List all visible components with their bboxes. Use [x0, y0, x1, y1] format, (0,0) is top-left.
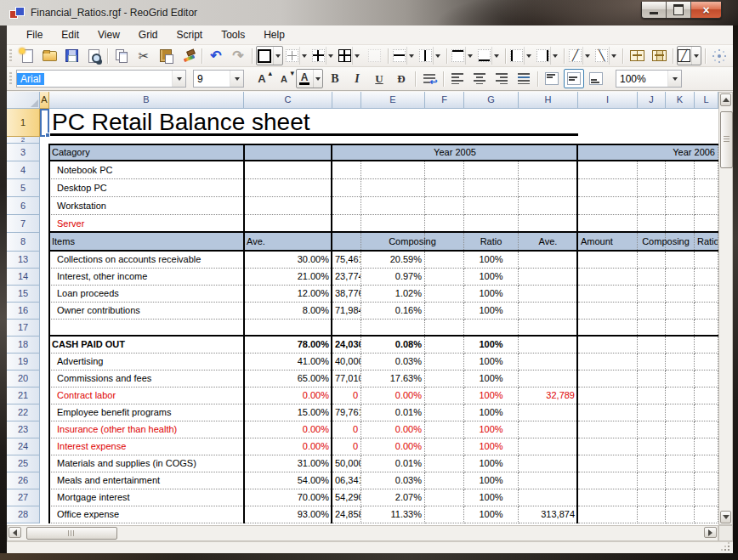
cell-L13[interactable]	[695, 252, 718, 269]
zoom-combobox[interactable]: 100%	[616, 70, 682, 88]
grow-font-button[interactable]	[252, 69, 272, 88]
cell-F25[interactable]	[425, 455, 464, 472]
row-header-18[interactable]: 18	[7, 337, 40, 354]
cell-K21[interactable]	[666, 387, 695, 404]
clear-borders-button[interactable]	[677, 46, 701, 65]
cell-H18[interactable]	[519, 337, 578, 354]
cell-K19[interactable]	[666, 354, 695, 371]
align-right-button[interactable]	[491, 69, 512, 88]
cell-F19[interactable]	[425, 354, 464, 371]
cell-F4[interactable]	[425, 161, 464, 179]
cell-I13[interactable]	[578, 252, 638, 269]
cell-K24[interactable]	[666, 438, 695, 455]
cell-G7[interactable]	[464, 215, 519, 233]
cell-F7[interactable]	[425, 215, 464, 233]
cell-L15[interactable]	[695, 286, 718, 303]
cell-J27[interactable]	[638, 489, 666, 506]
menu-view[interactable]: View	[90, 27, 128, 42]
cell-I17[interactable]	[578, 320, 638, 337]
cell-E5[interactable]	[361, 179, 425, 197]
inside-border-dropdown[interactable]	[299, 47, 309, 65]
menu-grid[interactable]: Grid	[131, 27, 166, 42]
valign-middle-button[interactable]	[564, 69, 584, 88]
cell-I14[interactable]	[578, 269, 638, 286]
top-border-button[interactable]	[451, 46, 475, 65]
cell-J18[interactable]	[638, 337, 666, 354]
cell-H27[interactable]	[519, 489, 578, 506]
row-header-5[interactable]: 5	[7, 179, 40, 197]
bold-button[interactable]	[325, 69, 345, 88]
cell-I24[interactable]	[578, 438, 638, 455]
cell-C5[interactable]	[244, 179, 332, 197]
cell-F13[interactable]	[425, 252, 464, 269]
cell-F14[interactable]	[425, 269, 464, 286]
left-border-dropdown[interactable]	[524, 47, 533, 65]
cell-L17[interactable]	[695, 320, 718, 337]
cell-K6[interactable]	[666, 197, 695, 215]
cell-I5[interactable]	[578, 179, 638, 197]
cell-K5[interactable]	[666, 179, 695, 197]
cell-H4[interactable]	[519, 161, 578, 179]
cell-K15[interactable]	[666, 286, 695, 303]
cell-L16[interactable]	[695, 303, 718, 320]
cell-I20[interactable]	[578, 371, 638, 387]
row-header-25[interactable]: 25	[7, 455, 40, 472]
cell-J24[interactable]	[638, 438, 666, 455]
cell-J15[interactable]	[638, 286, 666, 303]
row-header-19[interactable]: 19	[7, 354, 40, 371]
scroll-right-button[interactable]	[704, 527, 717, 538]
cell-K28[interactable]	[666, 506, 695, 523]
cell-L14[interactable]	[695, 269, 718, 286]
menu-file[interactable]: File	[19, 27, 50, 42]
strikethrough-button[interactable]	[391, 69, 412, 88]
inside-border-button[interactable]	[285, 46, 309, 65]
title-bar[interactable]: Financial_Ratios.rgf - ReoGrid Editor ×	[0, 0, 738, 26]
merge-range-button[interactable]	[649, 46, 669, 65]
scroll-left-button[interactable]	[9, 527, 21, 538]
cell-H25[interactable]	[519, 455, 578, 472]
merge-cells-button[interactable]	[627, 46, 647, 65]
cell-G6[interactable]	[464, 197, 519, 215]
top-border-dropdown[interactable]	[465, 47, 474, 65]
cell-H6[interactable]	[519, 197, 578, 215]
cell-K23[interactable]	[666, 421, 695, 438]
menu-script[interactable]: Script	[169, 27, 211, 42]
cell-K18[interactable]	[666, 337, 695, 354]
cell-H20[interactable]	[519, 371, 578, 387]
cell-I23[interactable]	[578, 421, 638, 438]
cell-J25[interactable]	[638, 455, 666, 472]
row-header-1[interactable]: 1	[7, 109, 40, 137]
cell-J28[interactable]	[638, 506, 666, 523]
cell-I16[interactable]	[578, 303, 638, 320]
font-color-button[interactable]	[296, 69, 323, 88]
merge-center-button[interactable]	[514, 69, 534, 88]
cell-K25[interactable]	[666, 455, 695, 472]
backslash-border-dropdown[interactable]	[609, 47, 618, 65]
row-header-26[interactable]: 26	[7, 472, 40, 489]
underline-button[interactable]	[369, 69, 389, 88]
minimize-button[interactable]	[642, 2, 667, 18]
cell-L7[interactable]	[695, 215, 718, 233]
menu-help[interactable]: Help	[256, 27, 292, 42]
cell-F18[interactable]	[425, 337, 464, 354]
cell-K20[interactable]	[666, 371, 695, 387]
cell-L26[interactable]	[695, 472, 718, 489]
cross-border-button[interactable]	[311, 46, 336, 65]
cell-L4[interactable]	[695, 161, 718, 179]
row-header-27[interactable]: 27	[7, 489, 40, 506]
cell-F23[interactable]	[425, 421, 464, 438]
cell-D4[interactable]	[332, 161, 361, 179]
format-brush-button[interactable]	[178, 46, 198, 65]
cell-F21[interactable]	[425, 387, 464, 404]
cell-E6[interactable]	[361, 197, 425, 215]
cell-J22[interactable]	[638, 404, 666, 421]
cell-C6[interactable]	[244, 197, 332, 215]
column-header-H[interactable]: H	[519, 92, 578, 109]
column-header-F[interactable]: F	[425, 92, 464, 109]
column-header-B[interactable]: B	[49, 92, 244, 109]
cell-L18[interactable]	[695, 337, 718, 354]
cell-J7[interactable]	[638, 215, 666, 233]
cell-J23[interactable]	[638, 421, 666, 438]
menu-edit[interactable]: Edit	[54, 27, 87, 42]
font-name-dropdown[interactable]	[172, 71, 185, 87]
